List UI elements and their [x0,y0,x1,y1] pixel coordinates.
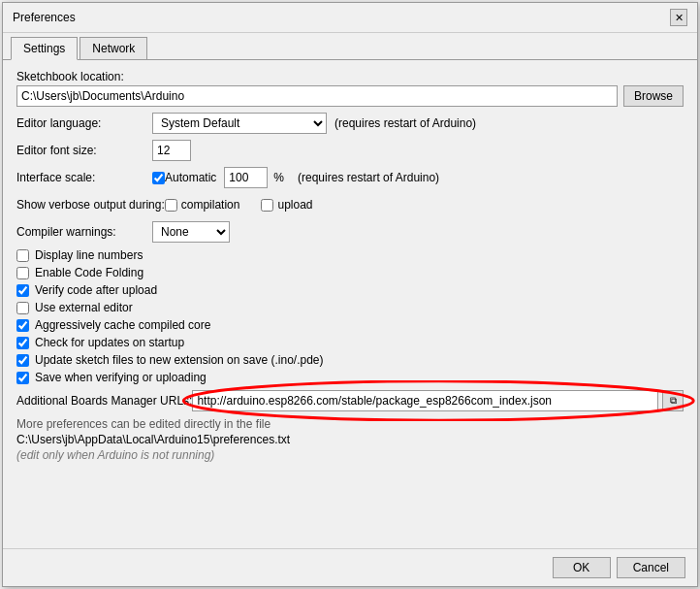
verbose-options: compilation upload [165,198,325,212]
verbose-upload-label: upload [277,198,312,212]
interface-scale-label: Interface scale: [16,171,152,184]
checkboxes-section: Display line numbers Enable Code Folding… [16,248,684,384]
tab-network[interactable]: Network [80,37,147,59]
tabs-container: Settings Network [3,33,697,60]
editor-language-label: Editor language: [16,116,152,130]
save-verifying-label: Save when verifying or uploading [35,371,207,384]
compiler-warnings-row: Compiler warnings: None [16,221,684,243]
close-button[interactable]: ✕ [670,9,687,26]
external-editor-checkbox[interactable] [16,302,29,314]
compiler-warnings-label: Compiler warnings: [16,225,152,239]
boards-url-input[interactable] [192,390,658,411]
code-folding-label: Enable Code Folding [35,266,143,279]
save-verifying-checkbox[interactable] [16,372,29,384]
footer-path: C:\Users\jb\AppData\Local\Arduino15\pref… [16,433,684,446]
checkbox-update-sketch: Update sketch files to new extension on … [16,353,684,367]
update-sketch-checkbox[interactable] [16,354,29,367]
checkbox-code-folding: Enable Code Folding [16,266,684,279]
scale-auto-label: Automatic [165,171,216,184]
footer-hint: More preferences can be edited directly … [16,417,684,431]
boards-manager-label: Additional Boards Manager URLs: [16,394,192,408]
checkbox-updates-startup: Check for updates on startup [16,336,684,349]
editor-language-hint: (requires restart of Arduino) [334,116,476,130]
title-bar: Preferences ✕ [3,3,697,33]
external-editor-label: Use external editor [35,301,133,314]
checkbox-save-verifying: Save when verifying or uploading [16,371,684,384]
sketchbook-input[interactable] [16,85,618,107]
verbose-label: Show verbose output during: [16,198,165,212]
editor-font-input[interactable] [152,140,191,161]
preferences-dialog: Preferences ✕ Settings Network Sketchboo… [2,2,698,587]
scale-pct-label: % [273,171,284,184]
display-line-label: Display line numbers [35,248,143,262]
editor-font-label: Editor font size: [16,144,152,157]
verify-upload-checkbox[interactable] [16,284,29,297]
ok-button[interactable]: OK [553,557,611,578]
code-folding-checkbox[interactable] [16,267,29,279]
sketchbook-label: Sketchbook location: [16,70,684,83]
tab-settings[interactable]: Settings [11,37,78,60]
update-sketch-label: Update sketch files to new extension on … [35,353,324,367]
cache-core-checkbox[interactable] [16,319,29,332]
checkbox-display-line: Display line numbers [16,248,684,262]
verbose-compilation-label: compilation [181,198,240,212]
cancel-button[interactable]: Cancel [617,557,685,578]
editor-font-row: Editor font size: [16,140,684,161]
dialog-title: Preferences [13,11,76,24]
scale-hint: (requires restart of Arduino) [298,171,439,184]
scale-controls: Automatic % (requires restart of Arduino… [152,167,439,188]
cache-core-label: Aggressively cache compiled core [35,318,210,332]
verbose-row: Show verbose output during: compilation … [16,194,684,215]
settings-content: Sketchbook location: Browse Editor langu… [3,60,697,548]
checkbox-verify-upload: Verify code after upload [16,283,684,297]
checkbox-cache-core: Aggressively cache compiled core [16,318,684,332]
interface-scale-row: Interface scale: Automatic % (requires r… [16,167,684,188]
verbose-compilation-checkbox[interactable] [165,199,177,212]
copy-url-button[interactable]: ⧉ [662,390,684,411]
boards-url-container: ⧉ [192,390,684,411]
footer-italic: (edit only when Arduino is not running) [16,448,684,462]
updates-startup-checkbox[interactable] [16,337,29,349]
verbose-upload-checkbox[interactable] [261,199,273,212]
checkbox-external-editor: Use external editor [16,301,684,314]
scale-auto-checkbox[interactable] [152,172,165,184]
browse-button[interactable]: Browse [623,85,684,107]
verify-upload-label: Verify code after upload [35,283,157,297]
boards-manager-section: Additional Boards Manager URLs: ⧉ [16,390,684,411]
boards-manager-row: Additional Boards Manager URLs: ⧉ [16,390,684,411]
editor-language-row: Editor language: System Default (require… [16,113,684,134]
compiler-warnings-select[interactable]: None [152,221,230,243]
updates-startup-label: Check for updates on startup [35,336,184,349]
dialog-footer: OK Cancel [3,548,697,586]
display-line-checkbox[interactable] [16,249,29,262]
editor-language-select[interactable]: System Default [152,113,327,134]
scale-value-input[interactable] [224,167,268,188]
